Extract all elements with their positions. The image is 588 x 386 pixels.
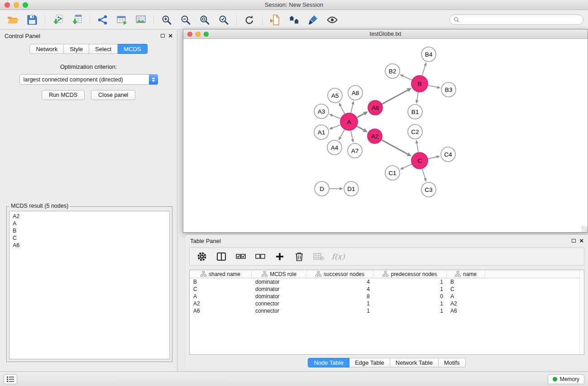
table-row-a2[interactable]: A2connector11A2 (190, 300, 584, 307)
node-A5[interactable]: A5 (328, 88, 342, 103)
document-export-button[interactable] (266, 12, 285, 28)
cell-predecessor-nodes[interactable]: 1 (373, 279, 447, 285)
node-A7[interactable]: A7 (348, 143, 362, 158)
node-C4[interactable]: C4 (441, 147, 455, 162)
node-B3[interactable]: B3 (441, 82, 456, 97)
edge-A-A2[interactable] (357, 126, 363, 130)
tab-node-table[interactable]: Node Table (308, 358, 349, 367)
cell-successor-nodes[interactable]: 4 (307, 279, 373, 285)
tab-style[interactable]: Style (64, 44, 89, 54)
save-session-button[interactable] (23, 12, 42, 28)
table-row-b[interactable]: Bdominator41B (190, 278, 584, 286)
node-A3[interactable]: A3 (314, 104, 329, 119)
refresh-layout-button[interactable] (240, 12, 259, 28)
network-close-button[interactable] (187, 32, 192, 37)
node-C[interactable]: C (411, 152, 428, 169)
edge-C-C4[interactable] (428, 157, 437, 159)
node-A1[interactable]: A1 (314, 125, 329, 139)
cell-name[interactable]: A2 (447, 300, 485, 307)
import-network-file-button[interactable] (48, 12, 67, 28)
column-header-name[interactable]: name (447, 270, 485, 278)
deselect-all-button[interactable] (254, 251, 266, 262)
cell-mcds-role[interactable]: dominator (252, 293, 307, 300)
zoom-in-button[interactable] (157, 12, 176, 28)
table-settings-button[interactable] (196, 251, 208, 262)
node-B4[interactable]: B4 (421, 47, 436, 62)
edge-A-A5[interactable] (340, 106, 344, 114)
import-table-button[interactable] (112, 12, 131, 28)
edge-A-A8[interactable] (351, 104, 353, 113)
show-hide-button[interactable] (323, 12, 342, 28)
table-row-a6[interactable]: A6connector11A6 (190, 307, 584, 315)
close-panel-button[interactable]: Close panel (91, 90, 135, 100)
node-B1[interactable]: B1 (408, 105, 422, 119)
tab-network[interactable]: Network (29, 44, 64, 54)
close-panel-icon[interactable]: × (168, 33, 172, 38)
show-columns-button[interactable] (215, 251, 227, 262)
cell-mcds-role[interactable]: connector (252, 308, 307, 314)
edge-A-A1[interactable] (332, 125, 340, 128)
result-item-c[interactable]: C (13, 234, 166, 242)
cell-mcds-role[interactable]: connector (252, 300, 307, 307)
export-image-button[interactable] (131, 12, 150, 28)
node-A[interactable]: A (340, 113, 358, 130)
network-graph[interactable]: B4B2BB3A5A8A6B1A3AC2A1A2A4A7C4CC1C3DD1 (183, 39, 588, 232)
node-C3[interactable]: C3 (421, 182, 436, 197)
import-table-file-button[interactable] (67, 12, 86, 28)
cell-successor-nodes[interactable]: 1 (307, 308, 373, 314)
column-header-successor-nodes[interactable]: successor nodes (307, 270, 373, 278)
network-canvas[interactable]: B4B2BB3A5A8A6B1A3AC2A1A2A4A7C4CC1C3DD1 (183, 39, 588, 232)
node-A6[interactable]: A6 (368, 100, 382, 115)
cell-predecessor-nodes[interactable]: 1 (373, 286, 447, 292)
node-A2[interactable]: A2 (368, 129, 382, 143)
cell-predecessor-nodes[interactable]: 1 (373, 300, 447, 307)
resize-handle[interactable] (582, 226, 588, 232)
global-search-box[interactable] (449, 14, 583, 25)
zoom-selected-button[interactable] (214, 12, 233, 28)
result-item-a2[interactable]: A2 (13, 213, 166, 220)
table-row-a[interactable]: Adominator80A (190, 293, 584, 300)
result-item-a[interactable]: A (13, 220, 166, 227)
cell-name[interactable]: B (447, 279, 485, 285)
node-D[interactable]: D (315, 181, 329, 196)
cell-name[interactable]: A6 (447, 308, 485, 314)
edge-B-B4[interactable] (422, 66, 425, 76)
tab-select[interactable]: Select (89, 44, 118, 54)
import-network-button[interactable] (93, 12, 112, 28)
node-D1[interactable]: D1 (344, 181, 359, 196)
edge-C-C3[interactable] (422, 169, 425, 178)
zoom-window-button[interactable] (23, 2, 28, 8)
cell-name[interactable]: C (447, 286, 485, 292)
node-B2[interactable]: B2 (385, 64, 400, 78)
delete-column-button[interactable] (293, 251, 305, 262)
criterion-dropdown[interactable]: largest connected component (directed) (19, 74, 158, 85)
table-scrollbar[interactable] (579, 270, 584, 354)
mcds-result-list[interactable]: A2ABCA6 (9, 211, 170, 359)
cell-successor-nodes[interactable]: 4 (307, 286, 373, 292)
cell-shared-name[interactable]: A (190, 293, 252, 300)
cell-shared-name[interactable]: A6 (190, 308, 252, 314)
edge-A-A7[interactable] (351, 131, 353, 139)
memory-button[interactable]: Memory (548, 374, 584, 384)
node-C2[interactable]: C2 (408, 124, 422, 139)
close-window-button[interactable] (5, 2, 10, 8)
float-table-panel-icon[interactable] (572, 239, 576, 243)
column-header-predecessor-nodes[interactable]: predecessor nodes (373, 270, 447, 278)
float-panel-icon[interactable] (161, 34, 165, 38)
column-header-shared-name[interactable]: shared name (190, 270, 252, 278)
style-brush-button[interactable] (304, 12, 323, 28)
node-B[interactable]: B (411, 76, 428, 92)
cell-name[interactable]: A (447, 293, 485, 300)
edge-B-B2[interactable] (403, 76, 412, 80)
result-item-a6[interactable]: A6 (13, 242, 166, 249)
edge-A-A6[interactable] (357, 114, 364, 117)
home-button[interactable] (285, 12, 304, 28)
edge-A2-C[interactable] (382, 140, 408, 154)
search-input[interactable] (462, 17, 579, 23)
run-mcds-button[interactable]: Run MCDS (42, 90, 85, 100)
column-header-mcds-role[interactable]: MCDS role (252, 270, 307, 278)
cell-mcds-role[interactable]: dominator (252, 279, 307, 285)
close-table-panel-icon[interactable]: × (579, 238, 583, 243)
table-row-c[interactable]: Cdominator41C (190, 286, 584, 293)
cell-shared-name[interactable]: A2 (190, 300, 252, 307)
